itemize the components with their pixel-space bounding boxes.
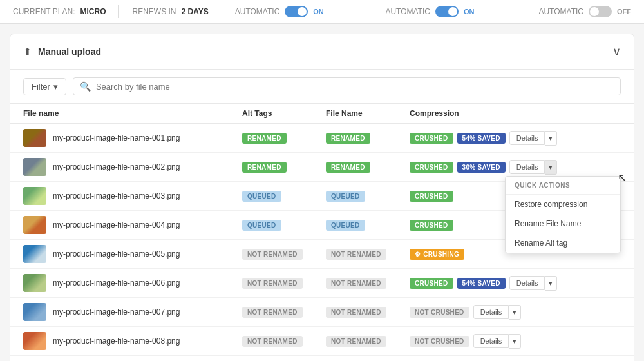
compression-badge: CRUSHED (410, 220, 453, 231)
plan-prefix-label: CURRENT PLAN: (13, 7, 75, 16)
saved-badge: 54% SAVED (457, 133, 506, 144)
section-header[interactable]: ⬆ Manual upload ∨ (10, 34, 634, 70)
file-name-cell: NOT RENAMED (326, 249, 410, 260)
footer: Showing 10 of 1,750 results (10, 356, 634, 361)
details-dropdown-arrow[interactable]: ▾ (545, 276, 557, 291)
compression-badge: CRUSHED (410, 191, 453, 202)
compression-badge: CRUSHED (410, 162, 453, 173)
chevron-down-icon: ∨ (612, 44, 621, 59)
details-button[interactable]: Details (509, 131, 545, 145)
details-dropdown-arrow[interactable]: ▾ (509, 305, 521, 320)
search-wrap: 🔍 (73, 77, 621, 95)
details-btn-wrap: Details ▾ (509, 160, 558, 175)
details-dropdown-arrow[interactable]: ▾ (545, 160, 557, 175)
filter-chevron-icon: ▾ (53, 82, 58, 92)
file-name-label: my-product-image-file-name-003.png (53, 191, 180, 200)
table-row: my-product-image-file-name-008.png NOT R… (10, 327, 634, 356)
file-thumbnail (23, 129, 46, 147)
details-button[interactable]: Details (509, 276, 545, 290)
file-name-badge: NOT RENAMED (326, 278, 386, 289)
file-cell: my-product-image-file-name-002.png (23, 158, 242, 176)
table-row: my-product-image-file-name-002.png RENAM… (10, 153, 634, 182)
table-header: File name Alt Tags File Name Compression (10, 104, 634, 124)
compression-badge: NOT CRUSHED (410, 307, 469, 318)
table-row: my-product-image-file-name-006.png NOT R… (10, 269, 634, 298)
table-body: my-product-image-file-name-001.png RENAM… (10, 124, 634, 356)
toggle-label-1: ON (313, 8, 324, 15)
plan-name-label: MICRO (80, 7, 106, 16)
col-alt-tags: Alt Tags (242, 109, 326, 118)
alt-tag-cell: RENAMED (242, 133, 326, 144)
compression-badge: CRUSHED (410, 278, 453, 289)
alt-tag-badge: NOT RENAMED (242, 336, 303, 347)
cursor-icon: ↖ (618, 171, 627, 185)
col-file-name: File name (23, 109, 242, 118)
compression-cell: CRUSHED 30% SAVED Details ▾ (410, 160, 621, 175)
alt-tag-badge: QUEUED (242, 220, 281, 231)
toggle-3[interactable] (589, 6, 612, 17)
divider-2 (222, 5, 222, 18)
details-dropdown-arrow[interactable]: ▾ (545, 131, 557, 146)
file-name-cell: NOT RENAMED (326, 307, 410, 318)
filter-button[interactable]: Filter ▾ (23, 78, 66, 95)
file-name-label: my-product-image-file-name-007.png (53, 307, 180, 317)
file-name-cell: QUEUED (326, 220, 410, 231)
col-compression: Compression (410, 109, 621, 118)
file-name-badge: QUEUED (326, 220, 365, 231)
qa-item[interactable]: Restore compression (506, 195, 620, 214)
search-icon: 🔍 (80, 81, 91, 92)
spin-icon: ⚙ (415, 251, 421, 258)
filter-label: Filter (32, 82, 50, 92)
file-name-label: my-product-image-file-name-001.png (53, 133, 180, 142)
qa-item[interactable]: Rename File Name (506, 214, 620, 233)
automatic-label-2: AUTOMATIC (385, 7, 430, 16)
section-title: Manual upload (38, 46, 101, 57)
renews-section: RENEWS IN 2 DAYS (132, 7, 208, 16)
saved-badge: 54% SAVED (457, 278, 506, 289)
toggle-section-3: AUTOMATIC OFF (538, 6, 631, 17)
alt-tag-badge: QUEUED (242, 191, 281, 202)
divider-1 (118, 5, 119, 18)
file-cell: my-product-image-file-name-008.png (23, 332, 242, 350)
qa-header: QUICK ACTIONS (506, 177, 620, 195)
automatic-label-3: AUTOMATIC (538, 7, 583, 16)
alt-tag-cell: NOT RENAMED (242, 336, 326, 347)
file-name-badge: NOT RENAMED (326, 336, 386, 347)
compression-badge: CRUSHED (410, 133, 453, 144)
upload-icon: ⬆ (23, 46, 32, 58)
search-input[interactable] (96, 82, 614, 92)
file-thumbnail (23, 245, 46, 263)
file-thumbnail (23, 216, 46, 234)
compression-badge: NOT CRUSHED (410, 336, 469, 347)
section-header-left: ⬆ Manual upload (23, 46, 101, 58)
filter-bar: Filter ▾ 🔍 (10, 70, 634, 104)
file-name-cell: QUEUED (326, 191, 410, 202)
file-cell: my-product-image-file-name-004.png (23, 216, 242, 234)
details-dropdown-arrow[interactable]: ▾ (509, 334, 521, 349)
quick-actions-dropdown: QUICK ACTIONS Restore compressionRename … (505, 176, 621, 253)
toggle-label-2: ON (464, 8, 475, 15)
alt-tag-badge: NOT RENAMED (242, 278, 303, 289)
file-name-cell: RENAMED (326, 162, 410, 173)
details-button[interactable]: Details (473, 305, 509, 319)
toggle-2[interactable] (435, 6, 459, 17)
toggle-1[interactable] (285, 6, 308, 17)
details-btn-wrap: Details ▾ (473, 305, 522, 320)
file-thumbnail (23, 158, 46, 176)
alt-tag-badge: RENAMED (242, 162, 287, 173)
details-button[interactable]: Details (473, 334, 509, 348)
qa-item[interactable]: Rename Alt tag (506, 233, 620, 253)
file-name-badge: QUEUED (326, 191, 365, 202)
compression-cell: CRUSHED 54% SAVED Details ▾ (410, 276, 621, 291)
compression-cell: CRUSHED 54% SAVED Details ▾ (410, 131, 621, 146)
compression-badge: ⚙CRUSHING (410, 249, 464, 260)
details-button[interactable]: Details (509, 160, 545, 174)
col-file-name-header: File Name (326, 109, 410, 118)
file-name-label: my-product-image-file-name-006.png (53, 278, 180, 288)
file-name-label: my-product-image-file-name-002.png (53, 162, 180, 171)
file-thumbnail (23, 187, 46, 205)
top-bar: CURRENT PLAN: MICRO RENEWS IN 2 DAYS AUT… (0, 0, 644, 24)
alt-tag-badge: NOT RENAMED (242, 307, 303, 318)
file-cell: my-product-image-file-name-001.png (23, 129, 242, 147)
file-cell: my-product-image-file-name-003.png (23, 187, 242, 205)
